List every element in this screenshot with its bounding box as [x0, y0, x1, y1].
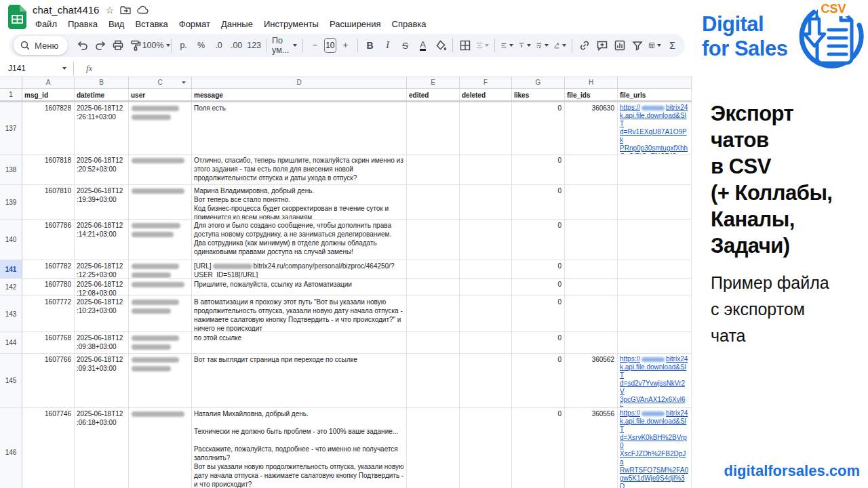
- cell-H139[interactable]: [565, 185, 618, 219]
- file-url-link[interactable]: XscFJZDh%2FB2DpJa: [620, 450, 689, 466]
- more-formats-button[interactable]: 123: [245, 37, 262, 54]
- file-url-link[interactable]: https://bitrix24: [620, 355, 689, 363]
- header-cell-deleted[interactable]: deleted: [460, 89, 512, 100]
- cell-H138[interactable]: [565, 155, 618, 184]
- horizontal-align-button[interactable]: [498, 37, 515, 54]
- file-url-text[interactable]: d=XsrvK0kBH%2BVrp0: [620, 434, 687, 449]
- menu-edit[interactable]: Правка: [62, 18, 103, 30]
- print-button[interactable]: [109, 37, 126, 54]
- file-url-text[interactable]: d=Rv1EXqU87A1O9Pk: [620, 128, 687, 144]
- name-box[interactable]: J141: [0, 64, 71, 73]
- cell-H146[interactable]: 360556: [565, 408, 618, 488]
- cell-A146[interactable]: 1607746: [22, 408, 75, 488]
- cell-F139[interactable]: [460, 185, 512, 219]
- increase-decimal-button[interactable]: .00: [228, 37, 245, 54]
- cell-G141[interactable]: 0: [512, 260, 565, 278]
- cell-D138[interactable]: Отлично, спасибо, теперь пришлите, пожал…: [192, 155, 407, 184]
- file-url-text[interactable]: https://: [620, 104, 640, 111]
- menu-tools[interactable]: Инструменты: [258, 18, 324, 30]
- borders-button[interactable]: [456, 37, 473, 54]
- header-cell-msg_id[interactable]: msg_id: [22, 89, 75, 100]
- cell-I144[interactable]: [618, 332, 692, 353]
- cell-F142[interactable]: [460, 279, 512, 296]
- header-cell-file_urls[interactable]: file_urls: [618, 89, 692, 100]
- cell-D141[interactable]: [URL]bitrix24.ru/company/personal/bizpro…: [192, 260, 407, 278]
- menu-data[interactable]: Данные: [216, 18, 258, 30]
- cell-D144[interactable]: по этой ссылке: [192, 332, 407, 353]
- cell-C143[interactable]: [129, 296, 192, 331]
- menu-help[interactable]: Справка: [387, 18, 432, 30]
- increase-font-size-button[interactable]: +: [337, 37, 354, 54]
- cell-G140[interactable]: 0: [512, 220, 565, 260]
- file-url-text[interactable]: RwRTSFO7SM%2FA0: [620, 466, 688, 474]
- cell-B146[interactable]: 2025-06-18T12 :06:18+03:00: [75, 408, 129, 488]
- cell-A140[interactable]: 1607786: [22, 220, 75, 260]
- file-url-link[interactable]: d=sd2v7YvwjssNkVr2V: [620, 380, 689, 396]
- column-filter-caret[interactable]: [182, 81, 186, 84]
- format-percent-button[interactable]: %: [193, 37, 210, 54]
- column-header-B[interactable]: B: [75, 77, 129, 88]
- merge-cells-button[interactable]: [474, 37, 491, 54]
- cell-H143[interactable]: [565, 296, 618, 331]
- cell-B137[interactable]: 2025-06-18T12 :26:11+03:00: [75, 102, 129, 154]
- header-cell-datetime[interactable]: datetime: [75, 89, 129, 100]
- file-url-link[interactable]: GpOlPiOpF%2F43reqv: [620, 152, 689, 154]
- file-url-link[interactable]: d=Rv1EXqU87A1O9Pk: [620, 128, 689, 144]
- cell-B140[interactable]: 2025-06-18T12 :14:21+03:00: [75, 220, 129, 260]
- cell-G146[interactable]: 0: [512, 408, 565, 488]
- file-url-text[interactable]: XscFJZDh%2FB2DpJa: [620, 450, 686, 466]
- fill-color-button[interactable]: [432, 37, 449, 54]
- cell-E137[interactable]: [407, 102, 460, 154]
- header-cell-message[interactable]: message: [192, 89, 407, 100]
- cell-D140[interactable]: Для этого и было создано сообщение, чтоб…: [192, 220, 407, 260]
- move-folder-icon[interactable]: [120, 5, 131, 15]
- cell-G143[interactable]: 0: [512, 296, 565, 331]
- document-title[interactable]: chat_chat4416: [33, 4, 99, 16]
- cell-A141[interactable]: 1607782: [22, 260, 75, 278]
- cell-H140[interactable]: [565, 220, 618, 260]
- cell-F143[interactable]: [460, 296, 512, 331]
- file-url-text[interactable]: PRnp0p30smtugxfXhh: [620, 144, 688, 152]
- cell-H145[interactable]: 360562: [565, 354, 618, 407]
- row-header-143[interactable]: 143: [0, 296, 22, 331]
- cell-G138[interactable]: 0: [512, 155, 565, 184]
- row-header-144[interactable]: 144: [0, 332, 22, 353]
- file-url-text[interactable]: k.api.file.download&SIT: [620, 363, 686, 379]
- font-select[interactable]: По ум...: [270, 37, 299, 54]
- row-header-137[interactable]: 137: [0, 102, 22, 154]
- cell-G137[interactable]: 0: [512, 102, 565, 154]
- file-url-link[interactable]: https://bitrix24: [620, 409, 689, 418]
- file-url-link[interactable]: d=XsrvK0kBH%2BVrp0: [620, 434, 689, 450]
- header-cell-edited[interactable]: edited: [407, 89, 460, 100]
- cell-E146[interactable]: [407, 408, 460, 488]
- menu-insert[interactable]: Вставка: [130, 18, 173, 30]
- vertical-align-button[interactable]: [516, 37, 533, 54]
- cell-B145[interactable]: 2025-06-18T12 :09:31+03:00: [75, 354, 129, 407]
- file-url-link[interactable]: gw5K1dWje9S4djl%3D: [620, 474, 689, 488]
- undo-button[interactable]: [74, 37, 91, 54]
- cell-E141[interactable]: [407, 260, 460, 278]
- menu-format[interactable]: Формат: [174, 18, 216, 30]
- column-header-G[interactable]: G: [512, 77, 565, 88]
- insert-link-button[interactable]: [576, 37, 593, 54]
- menu-file[interactable]: Файл: [30, 18, 62, 30]
- row-header-141[interactable]: 141: [0, 260, 22, 278]
- menu-view[interactable]: Вид: [103, 18, 130, 30]
- filter-views-button[interactable]: [646, 37, 663, 54]
- column-header-D[interactable]: D: [192, 77, 407, 88]
- file-url-link[interactable]: k.api.file.download&SIT: [620, 363, 689, 380]
- cell-B143[interactable]: 2025-06-18T12 :10:23+03:00: [75, 296, 129, 331]
- row-header-1[interactable]: 1: [0, 89, 22, 100]
- cell-E140[interactable]: [407, 220, 460, 260]
- header-cell-file_ids[interactable]: file_ids: [565, 89, 618, 100]
- cell-C137[interactable]: [129, 102, 192, 154]
- cell-G145[interactable]: 0: [512, 354, 565, 407]
- cell-F145[interactable]: [460, 354, 512, 407]
- cell-F137[interactable]: [460, 102, 512, 154]
- cell-H144[interactable]: [565, 332, 618, 353]
- cell-I143[interactable]: [618, 296, 692, 331]
- cell-E142[interactable]: [407, 279, 460, 296]
- cell-F144[interactable]: [460, 332, 512, 353]
- file-url-text[interactable]: https://: [620, 409, 640, 417]
- column-header-F[interactable]: F: [460, 77, 512, 88]
